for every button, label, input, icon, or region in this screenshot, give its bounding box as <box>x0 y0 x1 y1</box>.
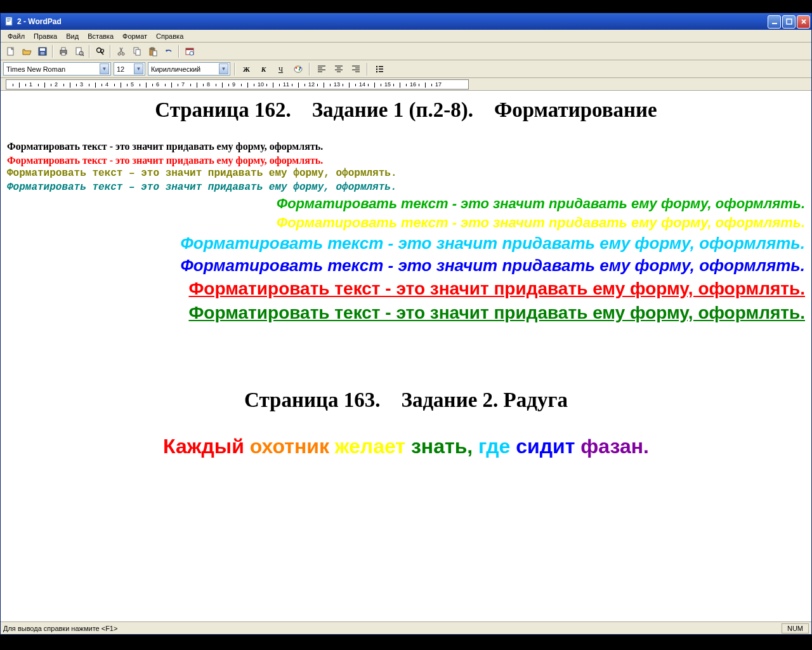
color-button[interactable] <box>291 62 305 76</box>
font-value: Times New Roman <box>6 65 65 73</box>
script-value: Кириллический <box>151 65 200 73</box>
chevron-down-icon: ▼ <box>219 63 228 74</box>
svg-rect-5 <box>787 19 792 24</box>
svg-rect-4 <box>772 23 777 24</box>
svg-point-36 <box>376 68 377 69</box>
titlebar: 2 - WordPad <box>1 13 811 30</box>
svg-point-28 <box>190 51 193 55</box>
script-combo[interactable]: Кириллический▼ <box>148 62 230 76</box>
rainbow-word-3: желает <box>335 435 405 458</box>
svg-rect-27 <box>186 48 193 50</box>
undo-button[interactable] <box>161 44 176 58</box>
menubar: Файл Правка Вид Вставка Формат Справка <box>1 30 811 43</box>
svg-point-32 <box>299 67 301 69</box>
rainbow-word-6: сидит <box>516 435 575 458</box>
wordpad-icon <box>4 17 15 27</box>
rainbow-word-4: знать, <box>411 435 473 458</box>
align-right-button[interactable] <box>348 62 363 76</box>
close-button[interactable] <box>797 15 810 29</box>
size-value: 12 <box>117 65 124 73</box>
menu-edit[interactable]: Правка <box>29 31 62 41</box>
text-line-2: Форматировать текст - это значит придава… <box>7 154 805 168</box>
svg-rect-12 <box>62 53 65 55</box>
text-line-8: Форматировать текст - это значит придава… <box>7 255 805 277</box>
minimize-button[interactable] <box>768 15 781 29</box>
find-button[interactable] <box>93 44 107 58</box>
text-line-6: Форматировать текст - это значит придава… <box>7 213 805 232</box>
svg-rect-11 <box>62 48 65 50</box>
print-button[interactable] <box>56 44 70 58</box>
menu-insert[interactable]: Вставка <box>83 31 118 41</box>
italic-button[interactable]: К <box>256 62 271 76</box>
align-left-button[interactable] <box>314 62 329 76</box>
document-area[interactable]: Страница 162. Задание 1 (п.2-8). Формати… <box>1 91 811 621</box>
svg-point-38 <box>376 70 377 72</box>
svg-point-19 <box>118 53 121 55</box>
status-num: NUM <box>782 623 809 633</box>
svg-point-34 <box>376 65 377 67</box>
svg-rect-35 <box>379 66 383 67</box>
font-combo[interactable]: Times New Roman▼ <box>3 62 111 76</box>
svg-rect-39 <box>379 71 383 72</box>
align-center-button[interactable] <box>331 62 346 76</box>
svg-point-33 <box>298 69 300 70</box>
menu-file[interactable]: Файл <box>3 31 29 41</box>
svg-rect-8 <box>40 48 45 51</box>
chevron-down-icon: ▼ <box>134 63 143 74</box>
bullets-button[interactable] <box>372 62 386 76</box>
toolbar-separator <box>367 63 368 76</box>
ruler[interactable]: 1234567891011121314151617 <box>1 78 811 91</box>
svg-rect-13 <box>76 48 81 55</box>
copy-button[interactable] <box>129 44 144 58</box>
toolbar-separator <box>234 63 235 76</box>
toolbar-separator <box>309 63 310 76</box>
menu-help[interactable]: Справка <box>152 31 188 41</box>
svg-rect-2 <box>7 20 11 20</box>
datetime-button[interactable] <box>182 44 197 58</box>
text-line-1: Форматировать текст - это значит придава… <box>7 140 805 154</box>
svg-rect-24 <box>151 48 154 50</box>
rainbow-word-7: фазан. <box>580 435 649 458</box>
svg-point-20 <box>122 53 124 55</box>
text-line-3: Форматировать текст – это значит придава… <box>7 167 805 181</box>
new-button[interactable] <box>3 44 18 58</box>
svg-rect-3 <box>7 21 10 22</box>
svg-rect-22 <box>136 50 140 55</box>
heading-1: Страница 162. Задание 1 (п.2-8). Формати… <box>7 98 805 122</box>
text-line-4: Форматировать текст – это значит придава… <box>7 181 805 195</box>
toolbar-separator <box>178 45 180 58</box>
size-combo[interactable]: 12▼ <box>114 62 145 76</box>
toolbar-separator <box>110 45 111 58</box>
rainbow-word-5: где <box>478 435 510 458</box>
paste-button[interactable] <box>145 44 160 58</box>
svg-rect-9 <box>41 52 44 55</box>
ruler-scale: 1234567891011121314151617 <box>6 79 469 90</box>
svg-rect-1 <box>7 18 11 19</box>
maximize-button[interactable] <box>782 15 796 29</box>
svg-line-15 <box>82 55 84 56</box>
bold-button[interactable]: Ж <box>239 62 254 76</box>
heading-2: Страница 163. Задание 2. Радуга <box>7 388 805 412</box>
text-line-10: Форматировать текст - это значит придава… <box>7 301 805 325</box>
menu-view[interactable]: Вид <box>62 31 83 41</box>
cut-button[interactable] <box>114 44 128 58</box>
statusbar: Для вывода справки нажмите <F1> NUM <box>1 621 811 634</box>
print-preview-button[interactable] <box>72 44 86 58</box>
save-button[interactable] <box>35 44 49 58</box>
rainbow-sentence: Каждый охотник желает знать, где сидит ф… <box>7 435 805 458</box>
svg-rect-37 <box>379 69 383 70</box>
wordpad-window: 2 - WordPad Файл Правка Вид Вставка Форм… <box>0 13 812 635</box>
chevron-down-icon: ▼ <box>100 63 109 74</box>
status-help-text: Для вывода справки нажмите <F1> <box>3 625 780 632</box>
window-title: 2 - WordPad <box>17 17 768 26</box>
text-line-5: Форматировать текст - это значит придава… <box>7 194 805 213</box>
open-button[interactable] <box>19 44 34 58</box>
toolbar-separator <box>52 45 53 58</box>
svg-rect-25 <box>153 51 157 56</box>
toolbar-separator <box>89 45 90 58</box>
underline-button[interactable]: Ч <box>273 62 288 76</box>
menu-format[interactable]: Формат <box>118 31 152 41</box>
svg-point-31 <box>297 66 299 68</box>
text-line-7: Форматировать текст - это значит придава… <box>7 232 805 255</box>
text-line-9: Форматировать текст - это значит придава… <box>7 277 805 301</box>
